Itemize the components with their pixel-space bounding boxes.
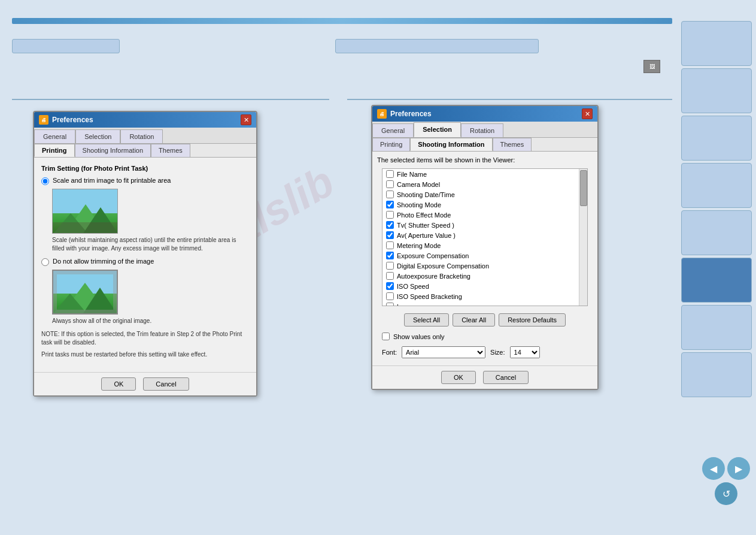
note-important: NOTE: If this option is selected, the Tr… [41, 330, 249, 347]
right-dialog-title: Preferences [390, 110, 432, 118]
right-tab-selection[interactable]: Selection [414, 122, 461, 137]
radio-scale-trim[interactable] [41, 177, 49, 185]
checkbox-label-1: Camera Model [397, 181, 440, 188]
right-preferences-dialog: 🖨 Preferences ✕ General Selection Rotati… [371, 105, 599, 390]
checkbox-9[interactable] [386, 262, 394, 270]
font-select[interactable]: Arial [402, 346, 485, 358]
checkbox-5[interactable] [386, 221, 394, 229]
left-tab-shooting-info[interactable]: Shooting Information [75, 144, 151, 157]
checkbox-label-4: Photo Effect Mode [397, 211, 451, 219]
right-dialog-title-area: 🖨 Preferences [377, 109, 432, 119]
radio-no-trim-note: Always show all of the original image. [52, 317, 249, 325]
checkbox-6[interactable] [386, 231, 394, 239]
sidebar-item-7[interactable] [681, 305, 752, 350]
sidebar-item-1[interactable] [681, 21, 752, 66]
radio-group: Scale and trim image to fit printable ar… [41, 177, 249, 359]
left-tab-themes[interactable]: Themes [151, 144, 190, 157]
left-dialog-body: Trim Setting (for Photo Print Task) Scal… [34, 158, 256, 372]
radio-scale-trim-note: Scale (whilst maintaining aspect ratio) … [52, 236, 249, 253]
checklist-item-7: Metering Mode [382, 240, 585, 250]
checkbox-label-6: Av( Aperture Value ) [397, 232, 456, 239]
right-tab-shooting-info[interactable]: Shooting Information [410, 138, 492, 151]
left-tab-printing[interactable]: Printing [34, 144, 75, 157]
left-tab-general[interactable]: General [34, 129, 75, 143]
size-select[interactable]: 14 [510, 346, 540, 358]
right-ok-button[interactable]: OK [441, 371, 476, 384]
print-note: Print tasks must be restarted before thi… [41, 350, 249, 359]
checkbox-11[interactable] [386, 282, 394, 290]
sidebar-item-6[interactable] [681, 258, 752, 303]
checklist-item-1: Camera Model [382, 179, 585, 189]
left-dialog-titlebar: 🖨 Preferences ✕ [34, 112, 256, 128]
show-values-row: Show values only [377, 329, 593, 344]
checklist-item-3: Shooting Mode [382, 200, 585, 210]
sidebar-item-4[interactable] [681, 163, 752, 208]
svg-marker-8 [83, 288, 117, 313]
checkbox-label-10: Autoexposure Bracketing [397, 273, 470, 280]
checkbox-2[interactable] [386, 191, 394, 198]
viewer-description: The selected items will be shown in the … [377, 156, 593, 164]
navigation-arrows: ◀ ▶ ↺ [702, 457, 750, 505]
sidebar-item-3[interactable] [681, 116, 752, 161]
left-dialog-tabs-row1: General Selection Rotation [34, 128, 256, 144]
checklist-scroll[interactable]: File NameCamera ModelShooting Date/TimeS… [382, 169, 587, 306]
icon-area: 🖼 [643, 60, 660, 73]
right-dialog-tabs-row2: Printing Shooting Information Themes [372, 138, 597, 152]
header-right-button[interactable] [335, 39, 539, 53]
checklist-item-8: Exposure Compensation [382, 250, 585, 261]
checkbox-13[interactable] [386, 303, 394, 306]
svg-rect-5 [53, 271, 117, 294]
left-dialog-title-area: 🖨 Preferences [39, 115, 93, 125]
left-ok-button[interactable]: OK [101, 377, 136, 391]
right-cancel-button[interactable]: Cancel [483, 371, 529, 384]
select-all-button[interactable]: Select All [404, 313, 449, 327]
top-navigation-bar [12, 18, 672, 24]
checklist-item-11: ISO Speed [382, 281, 585, 291]
left-cancel-button[interactable]: Cancel [143, 377, 189, 391]
checklist-item-6: Av( Aperture Value ) [382, 230, 585, 240]
restore-defaults-button[interactable]: Restore Defaults [499, 313, 566, 327]
checkbox-7[interactable] [386, 241, 394, 249]
home-button[interactable]: ↺ [715, 482, 737, 505]
svg-marker-7 [53, 294, 87, 313]
checkbox-0[interactable] [386, 170, 394, 178]
scrollbar-thumb[interactable] [580, 170, 587, 206]
next-button[interactable]: ▶ [727, 457, 750, 480]
checklist-item-0: File Name [382, 169, 585, 179]
dialog-icon-left: 🖨 [39, 115, 48, 125]
checkbox-1[interactable] [386, 180, 394, 188]
checkbox-10[interactable] [386, 272, 394, 280]
checklist-item-5: Tv( Shutter Speed ) [382, 220, 585, 230]
checkbox-12[interactable] [386, 292, 394, 300]
right-tab-printing[interactable]: Printing [372, 138, 410, 151]
checklist-item-2: Shooting Date/Time [382, 189, 585, 200]
sidebar-item-2[interactable] [681, 68, 752, 113]
header-left-button[interactable] [12, 39, 120, 53]
sidebar-item-8[interactable] [681, 352, 752, 397]
clear-all-button[interactable]: Clear All [453, 313, 495, 327]
checkbox-3[interactable] [386, 201, 394, 208]
right-dialog-close-button[interactable]: ✕ [582, 108, 593, 119]
size-label: Size: [490, 349, 505, 356]
checkbox-8[interactable] [386, 252, 394, 259]
checkbox-label-2: Shooting Date/Time [397, 191, 455, 198]
show-values-checkbox[interactable] [382, 333, 390, 340]
right-tab-general[interactable]: General [372, 123, 414, 137]
radio-no-trim[interactable] [41, 258, 49, 266]
left-dialog-close-button[interactable]: ✕ [241, 114, 251, 125]
right-tab-themes[interactable]: Themes [493, 138, 532, 151]
left-tab-rotation[interactable]: Rotation [120, 129, 163, 143]
scrollbar-track[interactable] [579, 169, 587, 306]
font-label: Font: [382, 349, 397, 356]
checkbox-label-8: Exposure Compensation [397, 252, 469, 259]
checklist-item-9: Digital Exposure Compensation [382, 261, 585, 271]
right-dialog-body: The selected items will be shown in the … [372, 152, 597, 365]
left-dialog-footer: OK Cancel [34, 372, 256, 395]
left-tab-selection[interactable]: Selection [75, 129, 120, 143]
prev-button[interactable]: ◀ [702, 457, 725, 480]
right-tab-rotation[interactable]: Rotation [461, 123, 503, 137]
checkbox-4[interactable] [386, 211, 394, 219]
sidebar-item-5[interactable] [681, 210, 752, 255]
checklist-wrapper: File NameCamera ModelShooting Date/TimeS… [382, 168, 588, 306]
checkbox-label-9: Digital Exposure Compensation [397, 262, 489, 270]
